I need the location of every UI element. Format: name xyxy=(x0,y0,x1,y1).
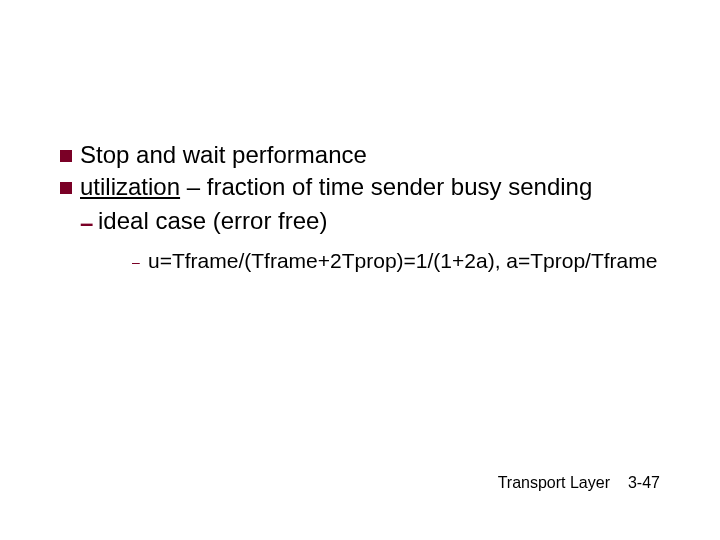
footer-page: 3-47 xyxy=(628,474,660,491)
dash-icon: – xyxy=(80,208,98,238)
square-bullet-icon xyxy=(60,182,72,194)
dash-text-1: ideal case (error free) xyxy=(98,206,660,236)
square-bullet-icon xyxy=(60,150,72,162)
sub-dash-icon: – xyxy=(132,254,148,272)
sub-dash-item-1: – u=Tframe/(Tframe+2Tprop)=1/(1+2a), a=T… xyxy=(60,248,660,274)
bullet-item-1: Stop and wait performance xyxy=(60,140,660,170)
bullet-item-2: utilization – fraction of time sender bu… xyxy=(60,172,660,202)
sub-dash-text-1: u=Tframe/(Tframe+2Tprop)=1/(1+2a), a=Tpr… xyxy=(148,248,660,274)
bullet-text-2-rest: – fraction of time sender busy sending xyxy=(180,173,592,200)
slide-footer: Transport Layer3-47 xyxy=(498,474,660,492)
dash-item-1: – ideal case (error free) xyxy=(60,206,660,238)
bullet-text-1: Stop and wait performance xyxy=(80,140,660,170)
slide: Stop and wait performance utilization – … xyxy=(0,0,720,540)
slide-content: Stop and wait performance utilization – … xyxy=(60,140,660,274)
bullet-text-2: utilization – fraction of time sender bu… xyxy=(80,172,660,202)
footer-label: Transport Layer xyxy=(498,474,610,491)
bullet-text-2-underlined: utilization xyxy=(80,173,180,200)
